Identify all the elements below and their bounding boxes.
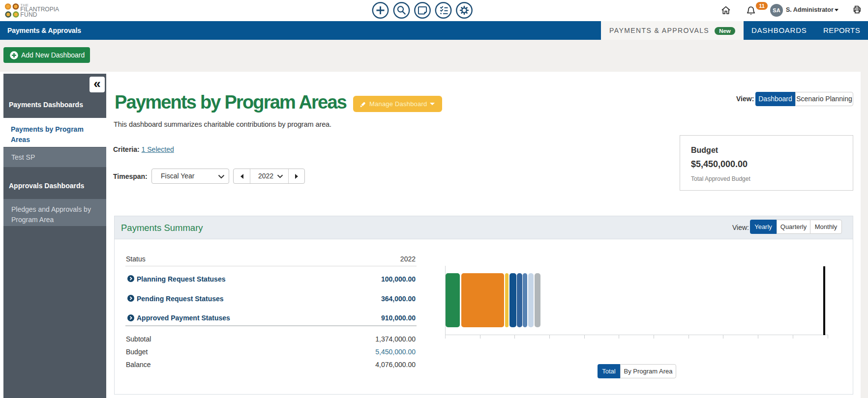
svg-text:FUND: FUND xyxy=(20,11,37,18)
